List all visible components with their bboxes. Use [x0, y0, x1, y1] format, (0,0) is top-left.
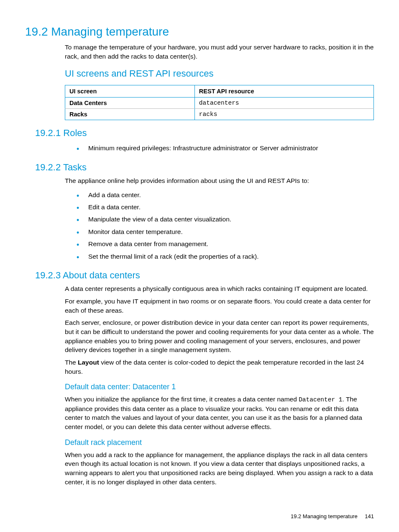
list-item: Minimum required privileges: Infrastruct…	[77, 142, 374, 154]
about-p4-pre: The	[65, 359, 78, 366]
table-cell-api: racks	[194, 109, 373, 120]
rack-placement-paragraph: When you add a rack to the appliance for…	[65, 450, 374, 487]
ui-rest-heading: UI screens and REST API resources	[65, 68, 374, 79]
tasks-block: The appliance online help provides infor…	[65, 176, 374, 262]
default-dc-mono: Datacenter 1	[299, 396, 342, 403]
tasks-intro: The appliance online help provides infor…	[65, 176, 374, 185]
document-page: 19.2 Managing temperature To manage the …	[0, 0, 399, 532]
ui-rest-table: UI screen REST API resource Data Centers…	[65, 85, 374, 120]
default-dc-pre: When you initialize the appliance for th…	[65, 396, 299, 403]
table-cell-ui: Racks	[65, 109, 195, 120]
footer-text: 19.2 Managing temperature	[291, 513, 358, 519]
list-item: Monitor data center temperature.	[77, 226, 374, 238]
table-header-ui: UI screen	[65, 85, 195, 98]
about-p4: The Layout view of the data center is co…	[65, 358, 374, 376]
list-item: Set the thermal limit of a rack (edit th…	[77, 250, 374, 262]
about-p1: A data center represents a physically co…	[65, 284, 374, 293]
table-cell-api: datacenters	[194, 98, 373, 109]
list-item: Remove a data center from management.	[77, 238, 374, 250]
default-dc-heading: Default data center: Datacenter 1	[65, 383, 374, 391]
about-block: A data center represents a physically co…	[65, 284, 374, 486]
intro-paragraph: To manage the temperature of your hardwa…	[65, 43, 374, 61]
intro-block: To manage the temperature of your hardwa…	[65, 43, 374, 120]
list-item: Add a data center.	[77, 189, 374, 201]
about-p4-post: view of the data center is color-coded t…	[65, 359, 364, 375]
roles-heading: 19.2.1 Roles	[35, 128, 374, 139]
section-heading: 19.2 Managing temperature	[25, 25, 374, 39]
tasks-heading: 19.2.2 Tasks	[35, 162, 374, 173]
table-header-row: UI screen REST API resource	[65, 85, 374, 98]
table-row: Racks racks	[65, 109, 374, 120]
roles-block: Minimum required privileges: Infrastruct…	[65, 142, 374, 154]
tasks-list: Add a data center. Edit a data center. M…	[77, 189, 374, 263]
about-p2: For example, you have IT equipment in tw…	[65, 297, 374, 315]
roles-list: Minimum required privileges: Infrastruct…	[77, 142, 374, 154]
list-item: Edit a data center.	[77, 201, 374, 213]
layout-strong: Layout	[78, 359, 99, 366]
page-footer: 19.2 Managing temperature 141	[291, 513, 374, 519]
list-item: Manipulate the view of a data center vis…	[77, 213, 374, 225]
table-header-api: REST API resource	[194, 85, 373, 98]
table-row: Data Centers datacenters	[65, 98, 374, 109]
about-heading: 19.2.3 About data centers	[35, 270, 374, 281]
default-dc-paragraph: When you initialize the appliance for th…	[65, 395, 374, 431]
about-p3: Each server, enclosure, or power distrib…	[65, 318, 374, 355]
table-cell-ui: Data Centers	[65, 98, 195, 109]
footer-page-number: 141	[365, 513, 374, 519]
rack-placement-heading: Default rack placement	[65, 438, 374, 447]
